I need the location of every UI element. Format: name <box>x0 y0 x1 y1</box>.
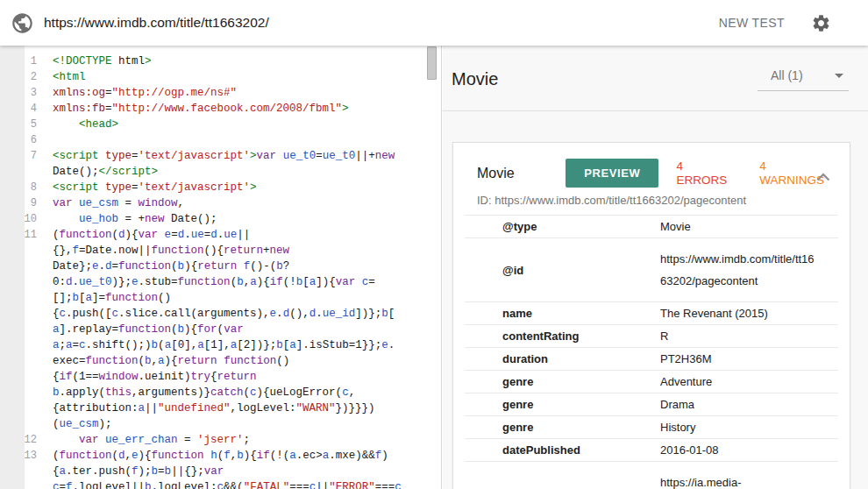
errors-badge[interactable]: 4 ERRORS <box>676 159 742 188</box>
code-text: Date};e.d=function(b){return f()-(b? <box>53 260 289 273</box>
property-row[interactable]: genreDrama <box>465 393 838 415</box>
new-test-button[interactable]: NEW TEST <box>719 16 785 30</box>
line-number: 13 <box>0 448 40 464</box>
code-text: (function(d){var e=d.ue=d.ue|| <box>53 229 250 241</box>
code-line: 6 <box>0 132 441 148</box>
chevron-up-icon[interactable] <box>816 173 830 181</box>
property-value: Adventure <box>660 371 838 393</box>
code-line: 11(function(d){var e=d.ue=d.ue|| <box>0 227 441 243</box>
property-row[interactable]: durationPT2H36M <box>465 347 838 370</box>
errors-label: ERRORS <box>676 174 742 188</box>
property-table: @typeMovie@idhttps://www.imdb.com/title/… <box>465 215 838 489</box>
code-text: 0:d.ue_t0)};e.stub=function(b,a){if(!b[a… <box>53 276 375 288</box>
line-number: 2 <box>0 69 40 85</box>
warnings-badge[interactable]: 4 WARNINGS <box>759 159 825 188</box>
property-value: The Revenant (2015) <box>660 302 838 324</box>
code-line: 5 <head> <box>0 117 441 132</box>
property-row[interactable]: @typeMovie <box>465 215 838 237</box>
property-row[interactable]: genreAdventure <box>465 370 838 393</box>
code-text: [];b[a]=function() <box>53 292 171 304</box>
code-editor[interactable]: 1<!DOCTYPE html>2<html3xmlns:og="http://… <box>0 46 442 489</box>
property-value: Drama <box>660 393 838 415</box>
code-text: <!DOCTYPE html> <box>53 55 152 67</box>
line-number: 12 <box>0 432 40 448</box>
property-name: @id <box>502 264 660 277</box>
code-line: Date();</script> <box>0 164 441 180</box>
settings-gear-icon[interactable] <box>811 13 831 33</box>
line-number: 9 <box>0 195 40 211</box>
movie-result-card: Movie PREVIEW 4 ERRORS 4 WARNINGS ID: ht… <box>452 142 850 489</box>
code-line: exec=function(b,a){return function() <box>0 353 441 369</box>
property-row[interactable]: https://ia.media-imdb.com/images/M/MV5BY… <box>465 461 838 489</box>
code-text: (ue_csm); <box>53 418 112 430</box>
property-name: duration <box>502 352 660 365</box>
filter-selected-value: All (1) <box>771 68 803 82</box>
property-name: genre <box>502 398 660 411</box>
url-input[interactable]: https://www.imdb.com/title/tt1663202/ <box>44 15 719 31</box>
code-text: xmlns:og="http://ogp.me/ns#" <box>53 87 237 99</box>
code-text: c=f.logLevel||b.logLevel;c&&("FATAL"===c… <box>53 481 402 489</box>
code-line: {if(1==window.ueinit)try{return <box>0 369 441 385</box>
errors-count: 4 <box>676 159 742 174</box>
toolbar: https://www.imdb.com/title/tt1663202/ NE… <box>0 0 868 46</box>
results-pane: Movie All (1) Movie PREVIEW 4 ERRORS 4 W… <box>443 46 868 489</box>
warnings-count: 4 <box>759 159 825 174</box>
code-line: {a.ter.push(f);b=b||{};var <box>0 464 441 479</box>
property-row[interactable]: contentRatingR <box>465 324 838 347</box>
code-text: <head> <box>53 118 118 131</box>
preview-button[interactable]: PREVIEW <box>566 159 658 188</box>
line-number: 6 <box>0 132 40 148</box>
code-text: {if(1==window.ueinit)try{return <box>53 371 257 383</box>
code-line: 2<html <box>0 69 441 85</box>
globe-icon <box>11 11 34 35</box>
property-value: R <box>660 325 838 347</box>
property-name: @type <box>502 220 660 233</box>
warnings-label: WARNINGS <box>759 174 825 188</box>
property-row[interactable]: nameThe Revenant (2015) <box>465 301 838 324</box>
code-text: a;a=c.shift();)b(a[0],a[1],a[2])};b[a].i… <box>53 339 395 351</box>
line-number: 1 <box>0 53 40 69</box>
property-name: name <box>502 307 660 320</box>
property-row[interactable]: genreHistory <box>465 415 838 438</box>
property-value: https://ia.media-imdb.com/images/M/MV5BY… <box>660 471 838 489</box>
code-line: c=f.logLevel||b.logLevel;c&&("FATAL"===c… <box>0 479 441 489</box>
chevron-down-icon <box>835 74 843 78</box>
line-number: 11 <box>0 227 40 243</box>
property-value: 2016-01-08 <box>660 439 838 461</box>
code-text: {},f=Date.now||function(){return+new <box>53 244 289 257</box>
line-number: 10 <box>0 211 40 227</box>
code-line: 4xmlns:fb="http://www.facebook.com/2008/… <box>0 101 441 117</box>
property-value: PT2H36M <box>660 348 838 370</box>
line-number: 3 <box>0 85 40 101</box>
code-line: 12 var ue_err_chan = 'jserr'; <box>0 432 441 448</box>
code-text: b.apply(this,arguments)}catch(c){ueLogEr… <box>53 386 355 399</box>
code-line: {c.push([c.slice.call(arguments),e.d(),d… <box>0 306 441 322</box>
code-line: 8<script type='text/javascript'> <box>0 180 441 195</box>
property-row[interactable]: @idhttps://www.imdb.com/title/tt1663202/… <box>465 237 838 301</box>
structured-data-testing-tool: https://www.imdb.com/title/tt1663202/ NE… <box>0 0 868 489</box>
line-number: 8 <box>0 180 40 195</box>
property-row[interactable]: datePublished2016-01-08 <box>465 438 838 461</box>
property-name: contentRating <box>502 330 660 343</box>
code-scrollbar-thumb[interactable] <box>427 46 437 80</box>
code-line: 13(function(d,e){function h(f,b){if(!(a.… <box>0 448 441 464</box>
property-name: datePublished <box>502 443 660 457</box>
code-line: a;a=c.shift();)b(a[0],a[1],a[2])};b[a].i… <box>0 337 441 353</box>
code-line: b.apply(this,arguments)}catch(c){ueLogEr… <box>0 385 441 400</box>
code-text: var ue_csm = window, <box>53 197 184 209</box>
code-text: var ue_err_chan = 'jserr'; <box>53 434 250 446</box>
results-filter-dropdown[interactable]: All (1) <box>758 68 849 91</box>
line-number: 7 <box>0 148 40 164</box>
code-text: a].replay=function(b){for(var <box>53 323 244 336</box>
code-line: [];b[a]=function() <box>0 290 441 306</box>
code-text: Date();</script> <box>53 166 158 178</box>
line-number: 5 <box>0 117 40 132</box>
property-value: Movie <box>660 216 838 237</box>
code-line: a].replay=function(b){for(var <box>0 322 441 337</box>
code-text: xmlns:fb="http://www.facebook.com/2008/f… <box>53 103 349 115</box>
entity-type-label: Movie <box>477 166 566 181</box>
property-value: History <box>660 416 838 438</box>
code-line: 9var ue_csm = window, <box>0 195 441 211</box>
code-lines: 1<!DOCTYPE html>2<html3xmlns:og="http://… <box>0 46 441 489</box>
code-text: ue_hob = +new Date(); <box>53 213 217 225</box>
